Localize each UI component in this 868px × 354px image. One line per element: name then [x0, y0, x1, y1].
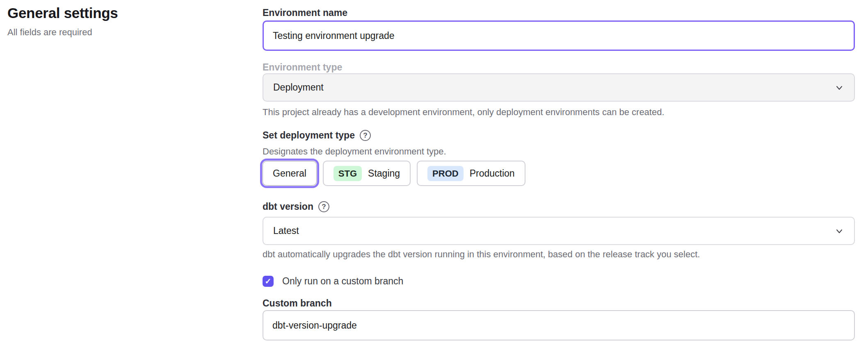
dbt-version-label-text: dbt version	[263, 201, 313, 212]
deployment-type-staging-button[interactable]: STG Staging	[323, 161, 411, 186]
custom-branch-input[interactable]	[263, 310, 855, 340]
environment-type-label: Environment type	[263, 62, 855, 73]
deployment-type-label: Set deployment type ?	[263, 130, 855, 141]
environment-form: Environment name Environment type Deploy…	[263, 0, 855, 354]
page-subtitle: All fields are required	[7, 27, 118, 38]
checkmark-icon: ✓	[265, 277, 272, 285]
chevron-down-icon	[834, 226, 844, 236]
help-icon[interactable]: ?	[360, 130, 371, 141]
custom-branch-checkbox-label: Only run on a custom branch	[282, 276, 403, 287]
environment-type-select[interactable]: Deployment	[263, 73, 855, 102]
staging-badge: STG	[333, 166, 362, 181]
dbt-version-helper: dbt automatically upgrades the dbt versi…	[263, 249, 855, 260]
settings-header: General settings All fields are required	[7, 5, 118, 38]
production-badge: PROD	[427, 166, 464, 181]
environment-name-input[interactable]	[263, 20, 855, 51]
dbt-version-label: dbt version ?	[263, 201, 855, 212]
custom-branch-checkbox[interactable]: ✓	[263, 276, 274, 287]
environment-name-label: Environment name	[263, 7, 855, 18]
deployment-type-helper: Designates the deployment environment ty…	[263, 146, 855, 157]
dbt-version-select[interactable]: Latest	[263, 217, 855, 245]
dbt-version-value: Latest	[273, 225, 299, 236]
page-title: General settings	[7, 5, 118, 21]
general-button-label: General	[273, 168, 306, 179]
deployment-type-label-text: Set deployment type	[263, 130, 355, 141]
production-button-label: Production	[470, 168, 515, 179]
staging-button-label: Staging	[368, 168, 400, 179]
chevron-down-icon	[834, 83, 844, 93]
question-glyph: ?	[322, 203, 326, 211]
help-icon[interactable]: ?	[318, 201, 329, 212]
deployment-type-production-button[interactable]: PROD Production	[417, 161, 525, 186]
custom-branch-label: Custom branch	[263, 298, 855, 309]
deployment-type-general-button[interactable]: General	[263, 161, 317, 186]
environment-type-value: Deployment	[273, 82, 324, 93]
question-glyph: ?	[363, 132, 367, 140]
environment-type-helper: This project already has a development e…	[263, 107, 855, 118]
